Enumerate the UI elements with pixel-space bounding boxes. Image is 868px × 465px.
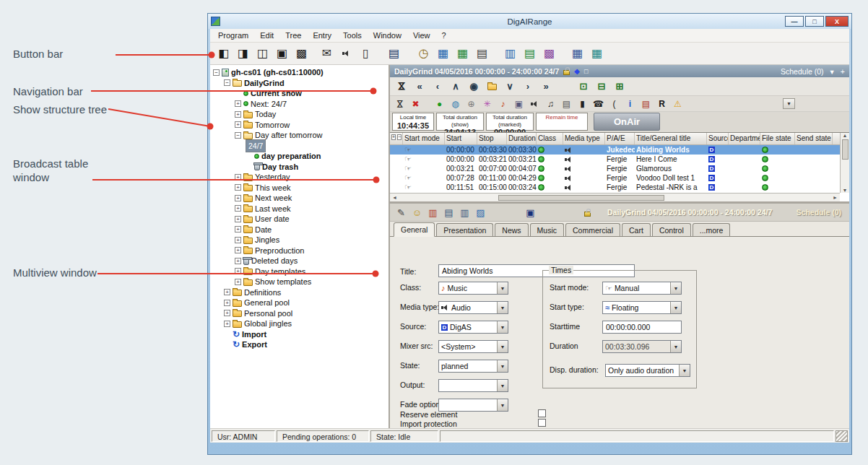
tree-expander[interactable]: + xyxy=(235,226,241,232)
menu-tools[interactable]: Tools xyxy=(337,30,368,41)
prev-button[interactable]: ‹ xyxy=(430,79,446,94)
tree-item-day-after-tomorrow[interactable]: −Day after tomorrow xyxy=(210,130,389,141)
info-button[interactable]: i xyxy=(624,97,636,110)
tree-expander[interactable]: + xyxy=(235,205,241,212)
column-header-stop[interactable]: Stop xyxy=(477,133,507,144)
output-select[interactable]: ▼ xyxy=(438,379,508,392)
hourglass-button[interactable]: ⋈ xyxy=(394,79,409,94)
clock-button[interactable]: ◷ xyxy=(415,45,433,62)
grid-view-button[interactable]: ▦ xyxy=(568,45,586,62)
tree-item-deleted-days[interactable]: +Deleted days xyxy=(210,256,389,266)
tab-more[interactable]: ...more xyxy=(693,223,731,236)
tree-item-today[interactable]: +Today xyxy=(210,109,389,120)
tree-expander[interactable]: + xyxy=(235,216,241,222)
photo-button[interactable]: ▣ xyxy=(513,97,525,110)
rds-button[interactable]: R xyxy=(656,97,668,110)
tree-expander[interactable]: + xyxy=(235,121,241,128)
column-header-startmode[interactable]: Start mode xyxy=(403,133,445,144)
tree-expander[interactable]: + xyxy=(235,258,241,264)
menu-program[interactable]: Program xyxy=(212,30,254,41)
monitor-split-button[interactable]: ◨ xyxy=(234,45,252,62)
starttime-input[interactable]: 00:00:00.000 xyxy=(602,321,682,334)
video-film-button[interactable]: ▤ xyxy=(560,97,573,110)
dropdown-arrow-icon[interactable]: ▼ xyxy=(497,282,508,294)
table-row[interactable]: ☞00:11:5100:15:0000:03:24FergiePedestal … xyxy=(390,183,840,192)
reserve-element-checkbox[interactable] xyxy=(538,409,546,417)
trash-toolbar-button[interactable]: ▯ xyxy=(357,45,375,62)
tree-expander[interactable]: + xyxy=(235,268,241,274)
tree-item-yesterday[interactable]: +Yesterday xyxy=(210,172,389,183)
tree-item-personal-pool[interactable]: +Personal pool xyxy=(210,308,389,319)
column-header-pae[interactable]: P/A/E xyxy=(605,133,635,144)
tab-commercial[interactable]: Commercial xyxy=(565,223,620,236)
tab-music[interactable]: Music xyxy=(530,223,564,236)
tree-expander[interactable]: − xyxy=(224,79,230,86)
tree-item-show-templates[interactable]: +Show templates xyxy=(210,277,389,287)
disp-duration-select[interactable]: Only audio duration▼ xyxy=(605,364,690,377)
envelope-button[interactable]: ✉ xyxy=(318,45,336,62)
tree-item-date[interactable]: +Date xyxy=(210,225,389,235)
tree-item-user-date[interactable]: +User date xyxy=(210,214,389,225)
tree-item-next-24-7[interactable]: +Next: 24/7 xyxy=(210,99,389,110)
tree-expander[interactable]: + xyxy=(224,310,230,316)
scroll-up-icon[interactable]: ▲ xyxy=(841,133,849,138)
column-header-title[interactable]: Title/General title xyxy=(635,133,707,144)
schedule-blue-button[interactable]: ▥ xyxy=(501,45,519,62)
export-blue-button[interactable]: ▨ xyxy=(474,207,487,219)
dropdown-arrow-icon[interactable]: ▼ xyxy=(670,302,681,313)
close-button[interactable]: X xyxy=(825,16,849,27)
duration-select[interactable]: 00:03:30.096▼ xyxy=(602,340,682,353)
column-header-class[interactable]: Class xyxy=(537,133,563,144)
tree-expander[interactable]: − xyxy=(235,132,241,139)
jingle-flower-button[interactable]: ✳ xyxy=(481,97,493,110)
scroll-down-icon[interactable]: ▼ xyxy=(841,188,849,193)
tree-item-gh-cs01-gh-cs01-10000[interactable]: −gh-cs01 (gh-cs01:10000) xyxy=(210,67,389,78)
tree-item-day-trash[interactable]: Day trash xyxy=(210,162,389,173)
tree-expander[interactable]: + xyxy=(235,195,241,201)
tree-expander[interactable]: + xyxy=(224,289,230,295)
dropdown-arrow-icon[interactable]: ▼ xyxy=(497,302,508,313)
bracket-button[interactable]: ( xyxy=(608,97,620,110)
save-disk-button[interactable]: ▤ xyxy=(385,45,403,62)
down-button[interactable]: ∨ xyxy=(502,79,518,94)
menu-view[interactable]: View xyxy=(407,30,436,41)
tree-item-export[interactable]: ↻Export xyxy=(210,339,389,350)
tree-item-jingles[interactable]: +Jingles xyxy=(210,235,389,245)
vertical-scroll-thumb[interactable] xyxy=(842,139,849,160)
dropdown-arrow-icon[interactable]: ▼ xyxy=(670,282,681,294)
window-pair-button[interactable]: ◫ xyxy=(253,45,272,62)
dropdown-arrow-icon[interactable]: ▼ xyxy=(497,341,508,352)
mixer-src-select[interactable]: <System>▼ xyxy=(438,340,508,353)
tab-presentation[interactable]: Presentation xyxy=(436,223,493,236)
source-select[interactable]: DigAS▼ xyxy=(438,321,508,334)
copy-button[interactable]: ▤ xyxy=(443,207,455,219)
dropdown-arrow-icon[interactable]: ▼ xyxy=(497,360,508,372)
tab-control[interactable]: Control xyxy=(652,223,691,236)
cart-block-button[interactable]: ▥ xyxy=(427,207,439,219)
horizontal-scroll-thumb[interactable] xyxy=(498,195,664,201)
state-green-button[interactable]: ● xyxy=(433,97,446,110)
fast-next-button[interactable]: » xyxy=(538,79,554,94)
tree-expander[interactable]: + xyxy=(224,300,230,306)
menu-tree[interactable]: Tree xyxy=(279,30,307,41)
screen-grid-button[interactable]: ▩ xyxy=(292,45,311,62)
table-row[interactable]: ☞00:07:2800:11:0000:04:29FergieVoodoo Do… xyxy=(390,173,840,183)
column-header-send[interactable]: Send state xyxy=(795,133,833,144)
image-frame-button[interactable]: ▣ xyxy=(273,45,291,62)
column-header-start[interactable]: Start xyxy=(445,133,477,144)
toolbar-dropdown-button[interactable]: ▾ xyxy=(783,98,795,109)
tree-item-tomorrow[interactable]: +Tomorrow xyxy=(210,120,389,131)
calendar-button[interactable]: ▦ xyxy=(434,45,452,62)
table-row[interactable]: ☞00:00:0000:03:2100:03:21FergieHere I Co… xyxy=(390,155,840,164)
add-panel-button[interactable]: + xyxy=(841,67,845,76)
smiley-button[interactable]: ☺ xyxy=(411,207,423,219)
tree-item-definitions[interactable]: +Definitions xyxy=(210,287,389,298)
tree-expander[interactable]: + xyxy=(235,174,241,181)
scroll-right-icon[interactable]: ► xyxy=(830,195,840,200)
column-header-source[interactable]: Source xyxy=(707,133,729,144)
filmstrip-button[interactable]: ▩ xyxy=(540,45,558,62)
goto-current-button[interactable]: ⊡ xyxy=(576,79,591,94)
tree-item-last-week[interactable]: +Last week xyxy=(210,204,389,214)
dropdown-arrow-icon[interactable]: ▼ xyxy=(670,341,681,352)
tree-expander[interactable]: + xyxy=(235,111,241,118)
